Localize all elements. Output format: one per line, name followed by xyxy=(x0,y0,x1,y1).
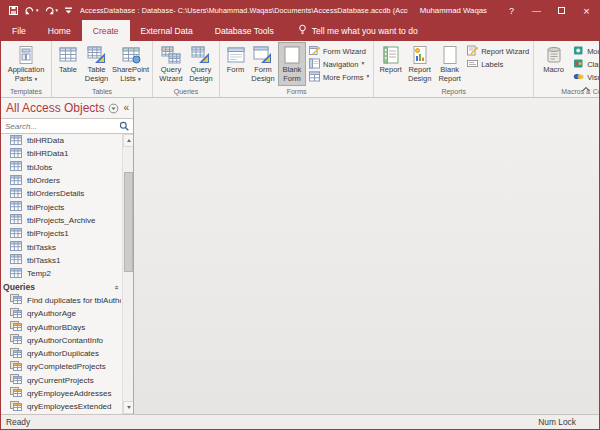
shutter-bar-close-button[interactable]: « xyxy=(122,103,130,113)
tab-external-data[interactable]: External Data xyxy=(130,20,204,41)
lightbulb-icon xyxy=(297,24,308,37)
ribbon-button-query-wizard[interactable]: QueryWizard xyxy=(156,42,186,86)
maximize-icon xyxy=(558,7,565,14)
sharepoint-lists-icon xyxy=(121,45,141,65)
ribbon-button-query-design[interactable]: QueryDesign xyxy=(186,42,216,86)
ribbon-button-form[interactable]: Form xyxy=(223,42,248,86)
visual-basic-icon xyxy=(573,71,584,84)
nav-item-qryemployeesextended[interactable]: qryEmployeesExtended xyxy=(1,400,121,413)
application-parts-icon xyxy=(16,45,36,65)
nav-item-tblprojects[interactable]: tblProjects xyxy=(1,200,121,213)
scroll-up-arrow[interactable] xyxy=(123,134,133,147)
query-design-icon xyxy=(191,45,211,65)
report-design-icon xyxy=(410,45,430,65)
help-button[interactable]: ? xyxy=(499,1,524,20)
nav-table-icon xyxy=(10,188,22,200)
nav-item-temp2[interactable]: Temp2 xyxy=(1,267,121,280)
group-label-reports: Reports xyxy=(377,86,530,97)
ribbon-tab-row: FileHomeCreateExternal DataDatabase Tool… xyxy=(1,20,599,41)
tab-create[interactable]: Create xyxy=(82,20,130,41)
collapse-ribbon-button[interactable] xyxy=(579,84,593,94)
tab-database-tools[interactable]: Database Tools xyxy=(204,20,285,41)
nav-item-tblprojects1[interactable]: tblProjects1 xyxy=(1,227,121,240)
blank-form-icon xyxy=(282,45,302,65)
ribbon-button-visual-basic[interactable]: Visual Basic xyxy=(573,71,599,83)
ribbon: ApplicationParts ▾TemplatesTableTableDes… xyxy=(1,41,599,98)
nav-item-tbltasks[interactable]: tblTasks xyxy=(1,240,121,253)
report-wizard-icon xyxy=(467,45,478,58)
nav-query-icon xyxy=(10,401,22,413)
nav-item-find-duplicates-for-tblauthors[interactable]: Find duplicates for tblAuthors xyxy=(1,294,121,307)
ribbon-button-form-design[interactable]: FormDesign xyxy=(248,42,278,86)
more-forms-icon xyxy=(309,71,320,84)
nav-item-tblhrdata1[interactable]: tblHRData1 xyxy=(1,147,121,160)
status-bar: Ready Num Lock xyxy=(1,414,599,429)
window-title: AccessDatabase : Database- C:\Users\Muha… xyxy=(80,6,408,15)
search-input[interactable] xyxy=(5,122,119,131)
nav-item-tblprojects-archive[interactable]: tblProjects_Archive xyxy=(1,214,121,227)
scroll-down-arrow[interactable] xyxy=(123,401,133,414)
nav-item-qrycurrentprojects[interactable]: qryCurrentProjects xyxy=(1,374,121,387)
collapse-section-icon: » xyxy=(111,285,120,289)
nav-item-qryauthorage[interactable]: qryAuthorAge xyxy=(1,307,121,320)
nav-table-icon xyxy=(10,201,22,213)
nav-item-qryauthorcontantinfo[interactable]: qryAuthorContantInfo xyxy=(1,334,121,347)
nav-table-icon xyxy=(10,214,22,226)
ribbon-button-sharepoint-lists[interactable]: SharePointLists ▾ xyxy=(112,42,149,86)
ribbon-group-forms: FormFormDesignBlankFormForm WizardNaviga… xyxy=(220,41,374,97)
ribbon-button-labels[interactable]: Labels xyxy=(467,58,529,70)
redo-icon xyxy=(44,2,55,20)
nav-section-queries[interactable]: Queries» xyxy=(1,280,121,294)
nav-item-tbltasks1[interactable]: tblTasks1 xyxy=(1,254,121,267)
form-wizard-icon xyxy=(309,45,320,58)
nav-item-qryauthorduplicates[interactable]: qryAuthorDuplicates xyxy=(1,347,121,360)
ribbon-button-blank-form[interactable]: BlankForm xyxy=(278,42,306,86)
ribbon-button-form-wizard[interactable]: Form Wizard xyxy=(309,45,369,57)
ribbon-group-templates: ApplicationParts ▾Templates xyxy=(1,41,52,97)
search-icon[interactable] xyxy=(119,121,130,132)
group-label-forms: Forms xyxy=(223,86,370,97)
nav-item-qryauthorbdays[interactable]: qryAuthorBDays xyxy=(1,320,121,333)
ribbon-button-blank-report[interactable]: BlankReport xyxy=(435,42,464,86)
nav-item-qrycompletedprojects[interactable]: qryCompletedProjects xyxy=(1,360,121,373)
nav-pane-menu-icon[interactable] xyxy=(108,103,119,114)
ribbon-button-report-design[interactable]: ReportDesign xyxy=(404,42,435,86)
ribbon-button-table[interactable]: Table xyxy=(55,42,81,86)
scrollbar-thumb[interactable] xyxy=(124,172,133,272)
ribbon-button-report-wizard[interactable]: Report Wizard xyxy=(467,45,529,57)
ribbon-button-application-parts[interactable]: ApplicationParts ▾ xyxy=(4,42,48,86)
tab-home[interactable]: Home xyxy=(37,20,82,41)
ribbon-button-navigation[interactable]: Navigation▾ xyxy=(309,58,369,70)
ribbon-button-macro[interactable]: Macro xyxy=(537,42,570,86)
save-button[interactable] xyxy=(8,2,19,20)
tell-me-box[interactable]: Tell me what you want to do xyxy=(289,20,426,41)
redo-button[interactable]: ▾ xyxy=(44,2,59,20)
nav-query-icon xyxy=(10,374,22,386)
minimize-button[interactable]: — xyxy=(524,1,549,20)
nav-item-tbljobs[interactable]: tblJobs xyxy=(1,161,121,174)
navigation-pane: All Access Objects « tblHRDatatblHRData1… xyxy=(1,98,134,414)
ribbon-group-tables: TableTableDesignSharePointLists ▾Tables xyxy=(52,41,153,97)
ribbon-group-queries: QueryWizardQueryDesignQueries xyxy=(153,41,220,97)
nav-item-tblordersdetails[interactable]: tblOrdersDetails xyxy=(1,187,121,200)
access-window: ▾▾ AccessDatabase : Database- C:\Users\M… xyxy=(0,0,600,430)
ribbon-button-more-forms[interactable]: More Forms▾ xyxy=(309,71,369,83)
nav-table-icon xyxy=(10,241,22,253)
close-button[interactable]: × xyxy=(574,1,599,20)
ribbon-button-report[interactable]: Report xyxy=(377,42,404,86)
nav-table-icon xyxy=(10,254,22,266)
undo-button[interactable]: ▾ xyxy=(24,2,39,20)
nav-item-tblorders[interactable]: tblOrders xyxy=(1,174,121,187)
table-icon xyxy=(58,45,78,65)
nav-item-tblhrdata[interactable]: tblHRData xyxy=(1,134,121,147)
ribbon-button-class-module[interactable]: Class Module xyxy=(573,58,599,70)
title-bar: ▾▾ AccessDatabase : Database- C:\Users\M… xyxy=(1,1,599,20)
maximize-button[interactable] xyxy=(549,1,574,20)
ribbon-button-table-design[interactable]: TableDesign xyxy=(81,42,112,86)
nav-scrollbar[interactable] xyxy=(122,134,133,414)
tab-file[interactable]: File xyxy=(1,20,37,41)
nav-item-qryemployeeaddresses[interactable]: qryEmployeeAddresses xyxy=(1,387,121,400)
ribbon-button-module[interactable]: Module xyxy=(573,45,599,57)
nav-table-icon xyxy=(10,161,22,173)
customize-quick-access-toolbar-button[interactable] xyxy=(63,2,74,20)
